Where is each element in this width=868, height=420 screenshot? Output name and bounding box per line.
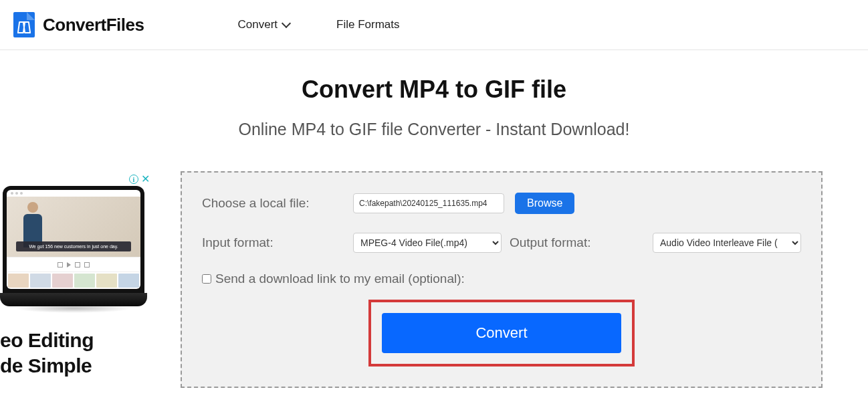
- ad-laptop[interactable]: We got 156 new customers in just one day…: [0, 186, 147, 306]
- format-row: Input format: MPEG-4 Video File(.mp4) Ou…: [202, 233, 801, 253]
- page-subtitle: Online MP4 to GIF file Converter - Insta…: [0, 120, 868, 139]
- ad-info-icon[interactable]: i: [129, 175, 138, 184]
- main-nav: Convert File Formats: [238, 18, 400, 31]
- ad-line1: eo Editing: [0, 328, 154, 353]
- output-format-select[interactable]: Audio Video Interleave File (: [653, 233, 801, 253]
- nav-formats-label: File Formats: [336, 18, 399, 31]
- browse-button[interactable]: Browse: [515, 193, 574, 214]
- input-format-label: Input format:: [202, 235, 346, 250]
- convert-button[interactable]: Convert: [382, 313, 621, 353]
- logo-group[interactable]: ConvertFiles: [13, 12, 144, 37]
- ad-headline: eo Editing de Simple: [0, 328, 154, 378]
- convert-wrap: Convert: [202, 300, 801, 366]
- ad-controls: i ✕: [0, 171, 154, 186]
- file-path-input[interactable]: [353, 193, 504, 213]
- ad-panel: i ✕ We got 156 new customers in just one…: [0, 171, 154, 378]
- header: ConvertFiles Convert File Formats: [0, 0, 868, 50]
- converter-box: Choose a local file: Browse Input format…: [181, 171, 823, 388]
- output-format-label: Output format:: [510, 235, 590, 250]
- page-title: Convert MP4 to GIF file: [0, 76, 868, 104]
- choose-file-label: Choose a local file:: [202, 196, 346, 211]
- ad-close-icon[interactable]: ✕: [141, 174, 150, 185]
- brand-name: ConvertFiles: [43, 15, 144, 35]
- email-checkbox[interactable]: [202, 274, 211, 284]
- email-row: Send a download link to my email (option…: [202, 272, 801, 286]
- content-row: i ✕ We got 156 new customers in just one…: [0, 171, 868, 388]
- nav-convert[interactable]: Convert: [238, 18, 290, 31]
- logo-icon: [13, 12, 35, 37]
- ad-caption: We got 156 new customers in just one day…: [16, 241, 131, 251]
- nav-convert-label: Convert: [238, 18, 278, 31]
- nav-file-formats[interactable]: File Formats: [336, 18, 399, 31]
- highlight-box: Convert: [368, 300, 635, 366]
- input-format-select[interactable]: MPEG-4 Video File(.mp4): [353, 233, 502, 253]
- chevron-down-icon: [282, 19, 291, 28]
- ad-line2: de Simple: [0, 353, 154, 379]
- file-row: Choose a local file: Browse: [202, 193, 801, 214]
- email-label: Send a download link to my email (option…: [215, 272, 465, 286]
